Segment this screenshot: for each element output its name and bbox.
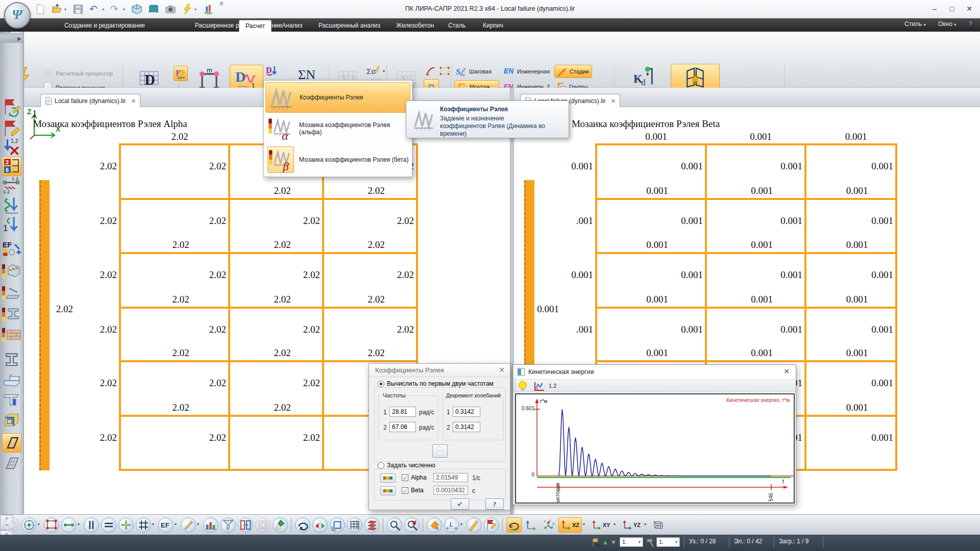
sidebar-collapse-button[interactable]: ▶ — [0, 34, 23, 43]
beam-element[interactable] — [595, 252, 897, 254]
ribbon-tab-3[interactable]: Расчет — [239, 20, 272, 32]
unload-12-icon[interactable]: 1,2 — [2, 137, 21, 157]
frequency-1-input[interactable] — [389, 407, 416, 417]
open-file-icon[interactable] — [52, 4, 63, 15]
redo-icon[interactable]: ↷ — [110, 4, 121, 15]
energy-close-icon[interactable]: ✕ — [783, 367, 790, 375]
calc-processor-button[interactable]: Расчетный процессор — [41, 67, 121, 80]
run-lightning-icon[interactable] — [182, 4, 193, 15]
paint-icon[interactable] — [427, 517, 442, 533]
ribbon-tab-6[interactable]: Железобетон — [390, 20, 440, 32]
dropdown-caret-icon[interactable]: ▾ — [644, 522, 646, 527]
element-scale-combo[interactable]: 1.▾ — [656, 537, 680, 547]
ribbon-tab-5[interactable]: Расширенный анализ — [312, 20, 386, 32]
panel-2-6-icon[interactable]: 26 — [2, 157, 21, 176]
dropdown-caret-icon[interactable]: ▾ — [194, 7, 197, 12]
flag-refresh-icon[interactable] — [2, 97, 21, 117]
style-menu[interactable]: Стиль ▾ — [904, 20, 925, 28]
more-icon[interactable]: ≡ — [219, 4, 227, 15]
view-xy-button[interactable]: XY — [589, 517, 612, 533]
dropdown-caret-icon[interactable]: ▾ — [197, 522, 199, 527]
zoom-in-icon[interactable] — [387, 517, 402, 533]
radio-set-numerically[interactable]: Задать численно — [376, 462, 437, 469]
ef-add-icon[interactable]: EF — [2, 239, 21, 259]
dropdown-caret-icon[interactable]: ▾ — [102, 7, 104, 12]
beta-checkbox[interactable]: ✓Beta — [402, 487, 424, 494]
beta-value-input[interactable] — [433, 486, 468, 495]
ribbon-tab-1[interactable]: Создание и редактирование — [41, 20, 168, 32]
dropdown-caret-icon[interactable]: ▾ — [583, 522, 585, 527]
brick-mosaic-icon[interactable] — [2, 324, 21, 344]
flag-mark-icon[interactable] — [484, 517, 499, 533]
close-button[interactable]: ✕ — [961, 2, 978, 15]
beam-element[interactable] — [119, 198, 418, 200]
fragment-lock-icon[interactable] — [255, 517, 271, 533]
menu-item-rayleigh-coefficients[interactable]: Коэффициенты Рэлея — [265, 82, 410, 113]
new-file-icon[interactable] — [35, 4, 46, 15]
help-icon[interactable]: ? — [969, 20, 972, 28]
polygon-select-icon[interactable] — [4, 517, 19, 533]
filter-down-icon[interactable]: ▼ — [610, 539, 617, 546]
dynamics-unload-button[interactable]: D — [264, 64, 280, 78]
minimize-button[interactable]: – — [926, 2, 943, 15]
select-grid-icon[interactable] — [136, 517, 151, 533]
beam-element[interactable] — [119, 360, 418, 362]
apply-button[interactable]: ✔ — [451, 498, 469, 510]
decrement-2-input[interactable] — [453, 422, 480, 432]
book-icon[interactable] — [148, 4, 159, 15]
maximize-button[interactable]: □ — [943, 2, 961, 15]
dropdown-caret-icon[interactable]: ▾ — [123, 7, 125, 12]
alpha-checkbox[interactable]: ✓Alpha — [402, 474, 427, 481]
select-line-icon[interactable] — [61, 517, 77, 533]
save-file-icon[interactable] — [72, 4, 84, 15]
ribbon-tab-7[interactable]: Сталь — [442, 20, 472, 32]
spring-down-icon[interactable] — [2, 195, 21, 215]
beam-element[interactable] — [595, 360, 897, 362]
rod-mosaic-icon[interactable] — [2, 283, 21, 302]
fragment-select-button[interactable] — [438, 64, 451, 78]
steel-ibeam-icon[interactable] — [2, 350, 21, 370]
perspective-icon[interactable] — [650, 517, 666, 533]
diagram-icon[interactable] — [203, 4, 214, 15]
fragment-box-icon[interactable] — [330, 517, 345, 533]
dropdown-caret-icon[interactable]: ▾ — [614, 522, 616, 527]
select-ef-icon[interactable]: EF — [158, 517, 174, 533]
document-tab-left[interactable]: Local failure (dynamics).lir ✕ — [40, 94, 140, 107]
beam-element[interactable] — [119, 307, 418, 309]
select-horizontal-icon[interactable] — [101, 517, 116, 533]
box-section-icon[interactable] — [2, 410, 21, 429]
menu-item-rayleigh-mosaic-alpha[interactable]: α Мозаика коэффициентов Рэлея (альфа) — [265, 113, 410, 144]
bulb-icon[interactable] — [518, 381, 527, 391]
dropdown-caret-icon[interactable]: ▾ — [64, 7, 66, 12]
tab-close-icon[interactable]: ✕ — [131, 97, 136, 105]
hammer-icon[interactable] — [646, 538, 655, 548]
alpha-value-input[interactable] — [433, 473, 468, 482]
mirror-icon[interactable] — [312, 517, 328, 533]
building-frame-icon[interactable] — [347, 517, 362, 533]
filter-up-icon[interactable]: ▲ — [602, 539, 608, 546]
arrow-1-icon[interactable]: 1 — [2, 215, 21, 234]
help-button[interactable]: ? — [485, 498, 504, 510]
triad-yzx-icon[interactable]: YZX — [541, 517, 556, 533]
dimension-l-icon[interactable]: L — [444, 517, 459, 533]
app-logo-icon[interactable]: Ψ — [4, 2, 31, 29]
step-analysis-button[interactable]: StepШаговая — [454, 65, 499, 78]
wall-element[interactable] — [39, 180, 50, 470]
flag-edit-icon[interactable] — [2, 119, 21, 138]
ribbon-tab-8[interactable]: Кирпич — [477, 20, 509, 32]
beam-element[interactable] — [595, 307, 897, 309]
window-menu[interactable]: Окно ▾ — [938, 20, 956, 28]
block-hatch-icon[interactable] — [2, 261, 21, 280]
select-angle-icon[interactable] — [181, 517, 196, 533]
t-section-icon[interactable] — [2, 389, 21, 409]
select-axis-icon[interactable] — [118, 517, 134, 533]
load-values-icon[interactable]: 1.21.2 — [2, 176, 21, 195]
edit-dynamics-button[interactable]: D — [174, 66, 188, 81]
dropdown-caret-icon[interactable]: ▾ — [152, 522, 154, 527]
nonlinear-curve-button[interactable] — [424, 64, 437, 78]
pencil-icon[interactable] — [467, 517, 482, 533]
node-scale-combo[interactable]: 1.▾ — [620, 537, 643, 547]
beam-element[interactable] — [595, 198, 897, 200]
sigma-stress-button[interactable]: Σσ▾ — [365, 64, 386, 77]
dropdown-caret-icon[interactable]: ▾ — [460, 522, 462, 527]
